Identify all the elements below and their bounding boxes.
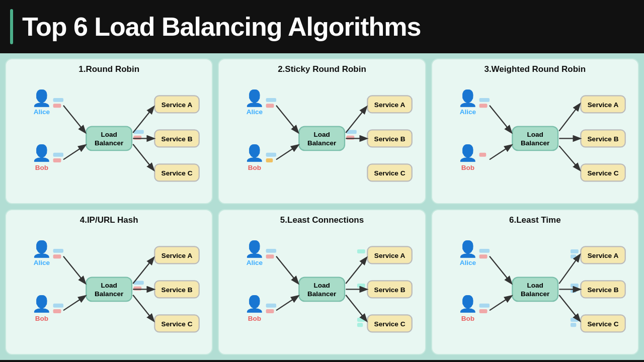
svg-text:Bob: Bob bbox=[461, 164, 474, 171]
svg-text:Alice: Alice bbox=[459, 108, 476, 116]
bob-label-1: Bob bbox=[35, 164, 48, 171]
diagram-svg-3: 👤 Alice 👤 Bob Load Balancer Service A Se… bbox=[438, 85, 632, 191]
svc-a-text-1: Service A bbox=[162, 101, 193, 109]
svg-rect-107 bbox=[571, 254, 576, 258]
svg-text:👤: 👤 bbox=[458, 294, 478, 313]
svg-text:Balancer: Balancer bbox=[95, 290, 124, 298]
svg-rect-69 bbox=[266, 304, 276, 308]
svg-rect-65 bbox=[266, 249, 276, 253]
bob-bar2 bbox=[53, 158, 61, 162]
svg-text:Service B: Service B bbox=[587, 286, 618, 294]
svc-b-text-1: Service B bbox=[162, 135, 193, 143]
svg-rect-70 bbox=[266, 309, 274, 313]
card-sticky-round-robin: 2.Sticky Round Robin 👤 Alice 👤 Bob Load bbox=[218, 58, 426, 204]
alice-icon-2: 👤 bbox=[245, 88, 265, 108]
diagram-3: 👤 Alice 👤 Bob Load Balancer Service A Se… bbox=[438, 77, 632, 199]
svg-rect-1 bbox=[266, 104, 274, 108]
svg-text:Load: Load bbox=[314, 282, 330, 289]
svg-rect-42 bbox=[53, 254, 61, 258]
diagram-5: 👤 Alice 👤 Bob Load Balancer Service A Se… bbox=[225, 228, 419, 350]
alice-bar1 bbox=[53, 98, 63, 102]
svg-text:Alice: Alice bbox=[459, 259, 476, 266]
svg-line-35 bbox=[490, 145, 511, 159]
diagram-svg-6: 👤 Alice 👤 Bob Load Balancer Service A Se… bbox=[438, 236, 632, 342]
card-title-4: 4.IP/URL Hash bbox=[80, 215, 138, 225]
svg-line-114 bbox=[559, 255, 580, 284]
svg-rect-108 bbox=[571, 284, 579, 288]
card-least-connections: 5.Least Connections 👤 Alice 👤 Bob Load bbox=[218, 209, 426, 355]
svg-rect-41 bbox=[53, 249, 63, 253]
bob-icon-1: 👤 bbox=[32, 143, 52, 162]
svg-text:Service A: Service A bbox=[374, 101, 406, 109]
svg-rect-81 bbox=[357, 284, 365, 288]
svg-text:Load: Load bbox=[527, 131, 543, 138]
svg-line-88 bbox=[346, 295, 367, 321]
lb-to-a-1 bbox=[133, 107, 153, 133]
header: Top 6 Load Balancing Algorithms bbox=[0, 0, 644, 53]
svg-text:Service C: Service C bbox=[162, 320, 193, 328]
svg-text:👤: 👤 bbox=[458, 239, 478, 258]
svg-text:Balancer: Balancer bbox=[521, 139, 550, 147]
svg-text:Load: Load bbox=[101, 282, 117, 289]
svg-rect-3 bbox=[266, 158, 273, 162]
svg-text:Load: Load bbox=[527, 282, 543, 289]
diagram-svg-2: 👤 Alice 👤 Bob Load Balancer Service A Se… bbox=[225, 85, 419, 191]
alice-icon-1: 👤 bbox=[32, 88, 52, 108]
bob-label-2: Bob bbox=[248, 164, 261, 171]
page-title: Top 6 Load Balancing Algorithms bbox=[22, 12, 421, 42]
svg-text:👤: 👤 bbox=[458, 88, 478, 108]
card-title-1: 1.Round Robin bbox=[78, 64, 139, 74]
svg-rect-20 bbox=[479, 98, 489, 102]
bob-to-lb-1 bbox=[63, 145, 85, 159]
svg-text:Balancer: Balancer bbox=[307, 290, 337, 298]
bob-icon-2: 👤 bbox=[245, 143, 265, 162]
svg-rect-71 bbox=[299, 278, 345, 302]
svg-text:Bob: Bob bbox=[461, 315, 474, 322]
svg-rect-21 bbox=[479, 104, 487, 108]
svg-line-34 bbox=[490, 106, 511, 132]
svg-text:Bob: Bob bbox=[248, 315, 261, 322]
svg-text:👤: 👤 bbox=[245, 294, 265, 313]
lb-text1-1: Load bbox=[101, 131, 117, 138]
svg-text:👤: 👤 bbox=[32, 239, 52, 258]
svg-rect-97 bbox=[512, 278, 558, 302]
svg-line-38 bbox=[559, 146, 580, 170]
header-accent-bar bbox=[10, 9, 13, 44]
card-least-time: 6.Least Time 👤 Alice 👤 Bob Load Balanc bbox=[431, 209, 639, 355]
algorithm-grid: 1.Round Robin 👤 Alice 👤 Bob Load Balance… bbox=[0, 53, 644, 360]
card-title-2: 2.Sticky Round Robin bbox=[278, 64, 366, 74]
svg-rect-66 bbox=[266, 254, 274, 258]
svg-line-113 bbox=[490, 296, 511, 310]
svg-line-116 bbox=[559, 295, 580, 321]
svg-text:Service B: Service B bbox=[162, 286, 193, 294]
card-ip-url-hash: 4.IP/URL Hash 👤 Alice 👤 Bob Load Balan bbox=[5, 209, 213, 355]
lb-text2-1: Balancer bbox=[95, 139, 124, 147]
svg-text:Service C: Service C bbox=[587, 169, 618, 177]
diagram-1: 👤 Alice 👤 Bob Load Balancer bbox=[12, 77, 206, 199]
svg-text:Alice: Alice bbox=[34, 259, 50, 266]
svg-rect-111 bbox=[571, 323, 576, 327]
diagram-6: 👤 Alice 👤 Bob Load Balancer Service A Se… bbox=[438, 228, 632, 350]
svc-c-text-1: Service C bbox=[162, 169, 193, 177]
svg-text:👤: 👤 bbox=[458, 143, 478, 162]
svg-rect-95 bbox=[479, 304, 489, 308]
svg-text:Service A: Service A bbox=[587, 101, 618, 109]
diagram-svg-1: 👤 Alice 👤 Bob Load Balancer bbox=[12, 85, 206, 191]
alice-to-lb-1 bbox=[63, 106, 85, 132]
diagram-2: 👤 Alice 👤 Bob Load Balancer Service A Se… bbox=[225, 77, 419, 199]
svg-rect-46 bbox=[53, 309, 61, 313]
alice-label-2: Alice bbox=[247, 108, 263, 116]
svg-rect-92 bbox=[479, 254, 487, 258]
svg-rect-91 bbox=[479, 249, 489, 253]
lb-box-2 bbox=[299, 127, 345, 151]
svg-text:👤: 👤 bbox=[32, 294, 52, 313]
diagram-4: 👤 Alice 👤 Bob Load Balancer Service A Se… bbox=[12, 228, 206, 350]
svg-text:Load: Load bbox=[314, 131, 330, 138]
alice-label-1: Alice bbox=[34, 108, 50, 116]
svg-text:Service A: Service A bbox=[374, 252, 406, 259]
svg-line-16 bbox=[346, 107, 367, 133]
svg-rect-24 bbox=[479, 153, 486, 157]
svg-line-84 bbox=[276, 256, 298, 283]
svg-rect-25 bbox=[512, 127, 558, 151]
svg-rect-83 bbox=[357, 323, 363, 327]
